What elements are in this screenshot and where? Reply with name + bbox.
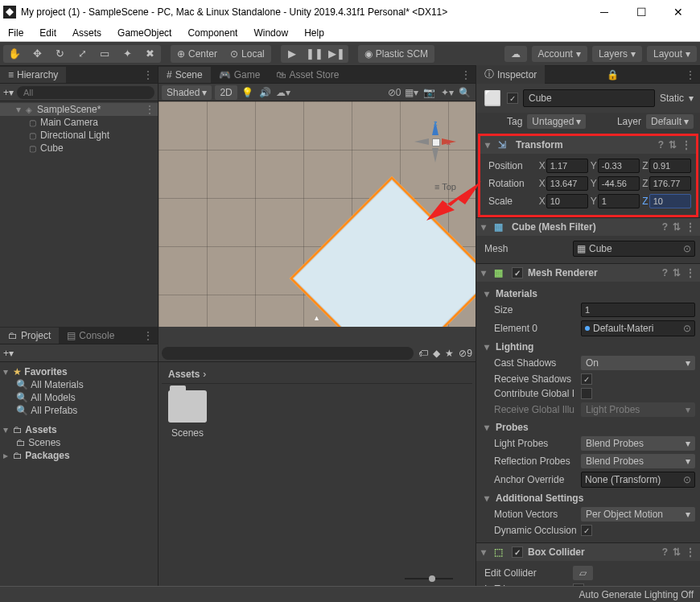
preset-icon[interactable]: ⇅ [673,221,681,233]
menu-assets[interactable]: Assets [64,25,109,41]
scale-z[interactable] [649,194,691,208]
light-probes-dropdown[interactable]: Blend Probes▾ [581,436,695,451]
tab-console[interactable]: ▤Console [59,328,122,344]
foldout-icon[interactable]: ▾ [16,104,26,115]
menu-edit[interactable]: Edit [31,25,64,41]
materials-size[interactable] [581,303,695,317]
gizmo-label[interactable]: ≡ Top [434,182,456,192]
camera-icon[interactable]: 📷 [422,87,437,98]
create-dropdown[interactable]: +▾ [3,348,14,359]
star-filter-icon[interactable]: ★ [445,348,454,359]
scale-y[interactable] [598,194,640,208]
menu-gameobject[interactable]: GameObject [109,25,179,41]
motion-dropdown[interactable]: Per Object Motion▾ [581,507,695,522]
static-dropdown[interactable]: ▾ [689,93,694,104]
preset-icon[interactable]: ⇅ [673,267,681,278]
lighting-header[interactable]: Lighting [496,341,533,353]
menu-help[interactable]: Help [296,25,332,41]
audio-toggle[interactable]: 🔊 [258,87,273,98]
light-toggle[interactable]: 💡 [241,87,255,98]
thumbnail-size-slider[interactable] [405,573,469,584]
rotate-tool[interactable]: ↻ [48,45,71,63]
foldout-icon[interactable]: ▾ [481,546,489,558]
help-icon[interactable]: ? [658,139,664,150]
anchor-field[interactable]: None (Transform)⊙ [581,472,695,488]
position-z[interactable] [649,159,691,173]
project-search[interactable] [162,347,414,360]
object-name-input[interactable] [523,89,655,107]
scale-tool[interactable]: ⤢ [71,45,93,63]
preset-icon[interactable]: ⇅ [673,546,681,558]
tag-dropdown[interactable]: Untagged▾ [527,114,586,129]
scene-search[interactable]: 🔍 [458,87,472,98]
is-trigger-checkbox[interactable] [573,583,584,586]
contribute-gi-checkbox[interactable] [581,388,592,399]
rotation-z[interactable] [649,176,691,191]
status-lighting[interactable]: Auto Generate Lighting Off [579,589,694,600]
dynamic-occlusion-checkbox[interactable]: ✓ [581,525,592,536]
create-dropdown[interactable]: +▾ [3,87,14,98]
mesh-field[interactable]: ▦Cube⊙ [573,241,695,257]
panel-menu-icon[interactable]: ⋮ [456,69,476,80]
panel-menu-icon[interactable]: ⋮ [138,69,158,80]
hierarchy-search[interactable] [17,86,154,99]
material-field[interactable]: Default-Materi⊙ [581,320,695,336]
tree-row[interactable]: ▾🗀 Assets [0,423,158,436]
breadcrumb[interactable]: Assets› [162,365,472,384]
tab-game[interactable]: 🎮Game [211,67,269,83]
tree-row[interactable]: ▸🗀 Packages [0,449,158,462]
menu-icon[interactable]: ⋮ [686,546,695,558]
maximize-button[interactable]: ☐ [623,0,660,24]
fx-toggle[interactable]: ☁▾ [276,87,290,98]
tree-row[interactable]: 🔍 All Prefabs [0,404,158,417]
shading-mode[interactable]: Shaded▾ [162,85,212,100]
folder-tile[interactable]: Scenes [162,384,213,445]
foldout-icon[interactable]: ▾ [481,267,489,278]
gizmos-toggle[interactable]: ✦▾ [440,87,455,98]
tab-hierarchy[interactable]: ≡Hierarchy [0,67,66,83]
materials-header[interactable]: Materials [496,288,537,299]
custom-tool[interactable]: ✖ [138,45,161,63]
reflection-probes-dropdown[interactable]: Blend Probes▾ [581,454,695,468]
panel-menu-icon[interactable]: ⋮ [681,69,700,80]
panel-menu-icon[interactable]: ⋮ [138,330,158,341]
menu-component[interactable]: Component [179,25,245,41]
help-icon[interactable]: ? [662,221,668,233]
transform-tool[interactable]: ✦ [116,45,138,63]
tree-row[interactable]: 🗀 Scenes [0,436,158,449]
help-icon[interactable]: ? [662,267,668,278]
lock-icon[interactable]: 🔒 [603,69,622,80]
rotation-x[interactable] [546,176,588,191]
tree-row[interactable]: ▾ ◈ SampleScene* ⋮ [0,103,158,116]
rect-tool[interactable]: ▭ [93,45,116,63]
tab-asset-store[interactable]: 🛍Asset Store [268,67,347,83]
close-button[interactable]: ✕ [660,0,697,24]
pivot-mode[interactable]: ⊕Center [171,45,224,63]
filter-icon[interactable]: 🏷 [418,348,428,359]
layout-dropdown[interactable]: Layout▾ [647,46,697,62]
collider-enable-checkbox[interactable]: ✓ [512,546,523,558]
type-icon[interactable]: ◆ [433,348,440,359]
mode-2d[interactable]: 2D [215,85,237,100]
pause-button[interactable]: ❚❚ [303,45,326,63]
menu-window[interactable]: Window [245,25,296,41]
rotation-y[interactable] [598,176,640,191]
hidden-icon[interactable]: ⊘9 [459,348,472,359]
tab-scene[interactable]: #Scene [159,67,211,83]
menu-file[interactable]: File [0,25,31,41]
orientation-gizmo[interactable]: x z [411,118,459,166]
cloud-button[interactable]: ☁ [504,46,527,62]
tree-row[interactable]: ▢Directional Light [0,129,158,142]
minimize-button[interactable]: ─ [586,0,623,24]
layer-dropdown[interactable]: Default▾ [646,114,694,129]
gameobject-type-icon[interactable]: ⬜ [483,89,502,108]
object-picker-icon[interactable]: ⊙ [683,243,691,254]
play-button[interactable]: ▶ [281,45,303,63]
tree-row[interactable]: 🔍 All Models [0,391,158,404]
probes-header[interactable]: Probes [496,422,529,433]
plastic-scm[interactable]: ◉Plastic SCM [358,45,434,63]
renderer-enable-checkbox[interactable]: ✓ [512,267,523,278]
help-icon[interactable]: ? [662,546,668,558]
receive-shadows-checkbox[interactable]: ✓ [581,373,592,385]
position-y[interactable] [598,159,640,173]
